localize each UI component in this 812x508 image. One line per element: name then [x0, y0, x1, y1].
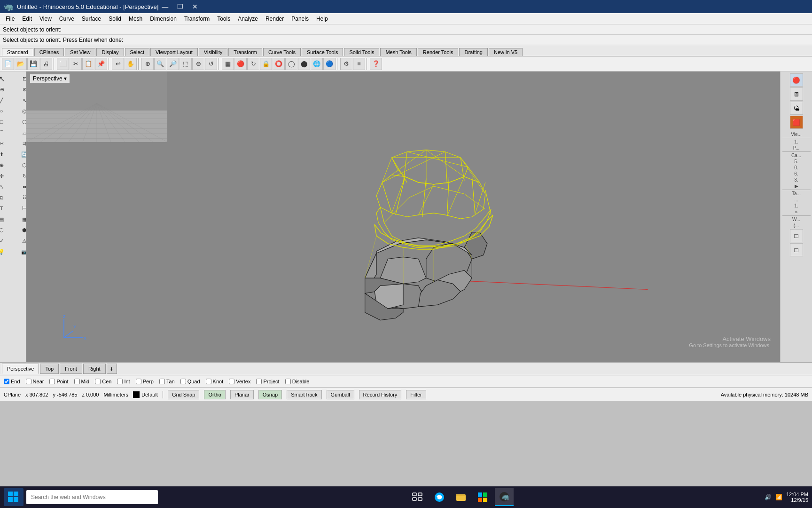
viewport-tab-front[interactable]: Front	[60, 364, 82, 374]
tb-zoom-in[interactable]: 🔍	[154, 58, 166, 70]
osnap-cb-tan[interactable]	[159, 379, 165, 384]
tb-new[interactable]: 📄	[2, 58, 14, 70]
tb-zoom-ext[interactable]: ⊕	[141, 58, 154, 70]
lt-cloud[interactable]: ⊛	[13, 84, 26, 95]
osnap-btn[interactable]: Osnap	[258, 390, 282, 399]
tb-pan[interactable]: ✋	[125, 58, 137, 70]
toolbar-tab-drafting[interactable]: Drafting	[459, 48, 488, 56]
maximize-button[interactable]: ❐	[173, 1, 187, 12]
tb-copy-props[interactable]: ⬜	[57, 58, 69, 70]
toolbar-tab-viewport-layout[interactable]: Viewport Layout	[150, 48, 198, 56]
rp-render-icon[interactable]: 🔴	[790, 73, 803, 87]
menu-item-tools[interactable]: Tools	[213, 15, 234, 23]
menu-item-panels[interactable]: Panels	[288, 15, 312, 23]
osnap-cb-mid[interactable]	[74, 379, 80, 384]
toolbar-tab-mesh-tools[interactable]: Mesh Tools	[380, 48, 416, 56]
toolbar-tab-solid-tools[interactable]: Solid Tools	[344, 48, 379, 56]
tb-lock[interactable]: 🔒	[260, 58, 272, 70]
tb-rendered[interactable]: 🌐	[311, 58, 323, 70]
lt-hatch[interactable]: ▤	[0, 214, 13, 224]
gumball-btn[interactable]: Gumball	[327, 390, 354, 399]
toolbar-tab-curve-tools[interactable]: Curve Tools	[263, 48, 301, 56]
menu-item-curve[interactable]: Curve	[55, 15, 78, 23]
toolbar-tab-select[interactable]: Select	[125, 48, 150, 56]
rp-color-icon[interactable]: 🟥	[790, 116, 803, 129]
lt-camera[interactable]: 📷	[13, 246, 26, 257]
menu-item-solid[interactable]: Solid	[105, 15, 125, 23]
minimize-button[interactable]: —	[158, 1, 172, 12]
lt-boolean[interactable]: ⊕	[0, 160, 13, 170]
filter-btn[interactable]: Filter	[406, 390, 426, 399]
taskbar-rhino-icon[interactable]: 🦏	[495, 488, 514, 506]
osnap-cb-quad[interactable]	[180, 379, 186, 384]
lt-mesh2[interactable]: ⬢	[13, 225, 26, 235]
viewport-perspective-label[interactable]: Perspective ▾	[30, 74, 70, 83]
tb-snap[interactable]: 🔴	[234, 58, 247, 70]
toolbar-tab-render-tools[interactable]: Render Tools	[418, 48, 459, 56]
lt-hatch2[interactable]: ▦	[13, 214, 26, 224]
toolbar-tab-transform[interactable]: Transform	[228, 48, 262, 56]
lt-solid-tools[interactable]: ⬡	[13, 160, 26, 170]
tray-icon-2[interactable]: 📶	[775, 494, 782, 500]
lt-text[interactable]: T	[0, 203, 13, 214]
menu-item-analyze[interactable]: Analyze	[234, 15, 262, 23]
menu-item-view[interactable]: View	[36, 15, 55, 23]
lt-circle-cen[interactable]: ◎	[13, 106, 26, 116]
toolbar-tab-display[interactable]: Display	[96, 48, 124, 56]
viewport-tab-right[interactable]: Right	[83, 364, 106, 374]
viewport-tab-add[interactable]: +	[107, 364, 117, 374]
rp-sun-icon[interactable]: 🌤	[790, 102, 803, 115]
tb-grid[interactable]: ▦	[222, 58, 234, 70]
tb-rotate-view[interactable]: ↻	[247, 58, 259, 70]
tb-open[interactable]: 📂	[15, 58, 27, 70]
tb-layers[interactable]: ≡	[353, 58, 365, 70]
osnap-cb-perp[interactable]	[136, 379, 141, 384]
osnap-cen[interactable]: Cen	[95, 379, 111, 384]
osnap-point[interactable]: Point	[49, 379, 68, 384]
windows-start-button[interactable]	[4, 488, 23, 506]
lt-sweep[interactable]: 🔄	[13, 149, 26, 159]
toolbar-tab-visibility[interactable]: Visibility	[199, 48, 228, 56]
rp-sq1[interactable]: □	[790, 229, 803, 242]
menu-item-file[interactable]: File	[2, 15, 18, 23]
viewport-area[interactable]: Perspective ▾ Z X Y Activate Windows Go …	[26, 71, 780, 362]
osnap-cb-knot[interactable]	[206, 379, 211, 384]
lt-fillet[interactable]: ⌓	[13, 127, 26, 138]
osnap-vertex[interactable]: Vertex	[229, 379, 250, 384]
planar-btn[interactable]: Planar	[230, 390, 254, 399]
menu-item-help[interactable]: Help	[312, 15, 332, 23]
ortho-btn[interactable]: Ortho	[204, 390, 226, 399]
tb-undo-view[interactable]: ↺	[205, 58, 217, 70]
osnap-cb-point[interactable]	[49, 379, 55, 384]
lt-analyze[interactable]: ✓	[0, 236, 13, 246]
tb-wireframe[interactable]: ◯	[285, 58, 297, 70]
osnap-cb-vertex[interactable]	[229, 379, 234, 384]
osnap-quad[interactable]: Quad	[180, 379, 200, 384]
tb-paste[interactable]: 📌	[95, 58, 107, 70]
rp-display-icon[interactable]: 🖥	[790, 87, 803, 101]
taskbar-search-input[interactable]	[26, 490, 158, 504]
rp-sq2[interactable]: □	[790, 243, 803, 256]
menu-item-render[interactable]: Render	[262, 15, 288, 23]
menu-item-surface[interactable]: Surface	[78, 15, 105, 23]
tb-zoom-win[interactable]: ⬚	[180, 58, 192, 70]
osnap-cb-near[interactable]	[26, 379, 31, 384]
tb-help[interactable]: ❓	[370, 58, 382, 70]
taskbar-task-view[interactable]	[408, 488, 427, 506]
lt-copy-tool[interactable]: ⧉	[0, 192, 13, 203]
menu-item-transform[interactable]: Transform	[180, 15, 213, 23]
tb-shaded[interactable]: ⬤	[298, 58, 310, 70]
lt-dim[interactable]: ⊢	[13, 203, 26, 214]
osnap-mid[interactable]: Mid	[74, 379, 90, 384]
tb-sphere[interactable]: ⭕	[273, 58, 285, 70]
osnap-end[interactable]: End	[4, 379, 20, 384]
osnap-knot[interactable]: Knot	[206, 379, 224, 384]
osnap-project[interactable]: Project	[256, 379, 279, 384]
lt-circle[interactable]: ○	[0, 106, 13, 116]
lt-point[interactable]: ·⊕	[0, 84, 13, 95]
tb-cut[interactable]: ✂	[70, 58, 82, 70]
tb-undo[interactable]: ↩	[112, 58, 124, 70]
osnap-cb-cen[interactable]	[95, 379, 101, 384]
lt-poly[interactable]: ⬡	[13, 117, 26, 127]
tb-zoom-out[interactable]: ⊖	[192, 58, 204, 70]
